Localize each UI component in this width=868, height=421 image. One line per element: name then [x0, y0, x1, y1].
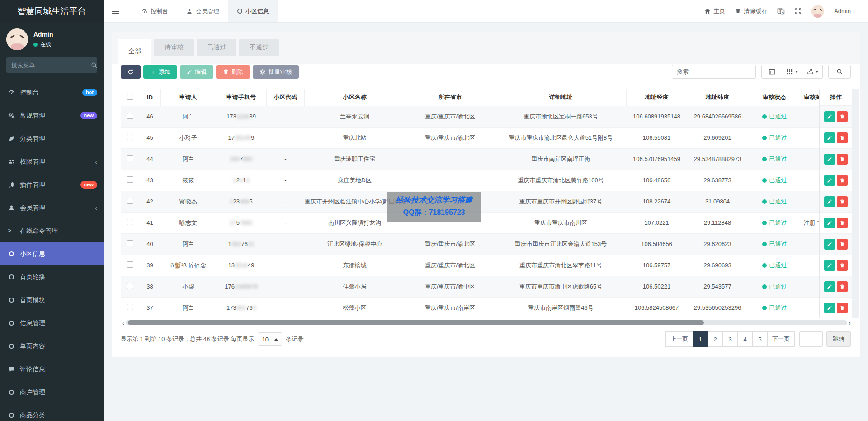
- row-delete-button[interactable]: [837, 281, 848, 292]
- sidebar-item-首页模块[interactable]: 首页模块: [0, 289, 104, 312]
- row-delete-button[interactable]: [837, 111, 848, 122]
- user-panel: Admin 在线: [0, 23, 104, 55]
- column-header[interactable]: ID: [139, 89, 161, 106]
- topbar-tab-小区信息[interactable]: 小区信息: [228, 0, 278, 22]
- status-label: 已通过: [769, 283, 787, 291]
- page-button-上一页[interactable]: 上一页: [665, 331, 693, 347]
- row-edit-button[interactable]: [824, 281, 835, 292]
- page-button-1[interactable]: 1: [693, 331, 708, 347]
- sidebar-item-控制台[interactable]: 控制台hot: [0, 81, 104, 104]
- sidebar-item-小区信息[interactable]: 小区信息: [0, 242, 104, 265]
- table-row: 42甯晓杰1234565-重庆市开州区临江镇中心小学(野园街东)重庆市重庆市开州…: [121, 191, 853, 212]
- scrollbar-thumb[interactable]: [128, 320, 704, 325]
- row-delete-button[interactable]: [837, 175, 848, 186]
- topbar-tab-会员管理[interactable]: 会员管理: [177, 0, 228, 22]
- table-search-input[interactable]: [672, 65, 756, 79]
- row-checkbox[interactable]: [127, 261, 133, 268]
- sidebar-item-首页轮播[interactable]: 首页轮播: [0, 265, 104, 289]
- row-edit-button[interactable]: [824, 303, 835, 313]
- row-delete-button[interactable]: [837, 303, 848, 313]
- row-checkbox[interactable]: [127, 134, 133, 140]
- fullscreen-icon[interactable]: [795, 8, 802, 14]
- select-all-checkbox[interactable]: [127, 94, 133, 100]
- column-header[interactable]: 小区代码: [267, 89, 305, 106]
- sidebar-item-常规管理[interactable]: 常规管理new: [0, 104, 104, 127]
- row-checkbox[interactable]: [127, 155, 133, 161]
- row-delete-button[interactable]: [837, 196, 848, 207]
- topbar-username[interactable]: Admin: [834, 8, 851, 14]
- row-checkbox[interactable]: [127, 240, 133, 246]
- refresh-button[interactable]: [121, 65, 141, 79]
- page-button-下一页[interactable]: 下一页: [767, 331, 795, 347]
- topbar-tab-控制台[interactable]: 控制台: [132, 0, 177, 22]
- row-edit-button[interactable]: [824, 218, 835, 228]
- page-button-4[interactable]: 4: [737, 331, 753, 347]
- add-button[interactable]: ＋ 添加: [143, 65, 177, 79]
- row-checkbox[interactable]: [127, 283, 133, 289]
- jump-button[interactable]: 跳转: [826, 331, 851, 347]
- export-button[interactable]: [802, 65, 823, 79]
- sidebar-item-在线命令管理[interactable]: >_在线命令管理: [0, 219, 104, 242]
- page-button-5[interactable]: 5: [752, 331, 768, 347]
- column-header[interactable]: 地址纬度: [687, 89, 748, 106]
- sidebar-item-单页内容[interactable]: 单页内容: [0, 335, 104, 358]
- status-cell: 已通过: [748, 148, 801, 170]
- topbar-avatar[interactable]: [811, 5, 824, 18]
- column-header[interactable]: 申请手机号: [216, 89, 267, 106]
- scrollbar-track[interactable]: [126, 320, 848, 325]
- row-delete-button[interactable]: [837, 239, 848, 250]
- row-checkbox[interactable]: [127, 304, 133, 310]
- row-edit-button[interactable]: [824, 260, 835, 271]
- jump-page-input[interactable]: [799, 331, 823, 347]
- scroll-right-icon[interactable]: ›: [847, 320, 852, 326]
- row-edit-button[interactable]: [824, 132, 835, 143]
- sidebar-item-商户管理[interactable]: 商户管理: [0, 381, 104, 404]
- edit-button[interactable]: 编辑: [180, 65, 213, 79]
- sidebar-item-权限管理[interactable]: 权限管理‹: [0, 150, 104, 173]
- sidebar-item-会员管理[interactable]: 会员管理‹: [0, 196, 104, 219]
- sidebar-search-input[interactable]: [11, 62, 91, 69]
- scroll-left-icon[interactable]: ‹: [121, 320, 126, 326]
- row-checkbox[interactable]: [127, 219, 133, 225]
- row-edit-button[interactable]: [824, 196, 835, 207]
- delete-button[interactable]: 删除: [216, 65, 250, 79]
- clear-cache-link[interactable]: 清除缓存: [735, 7, 767, 15]
- column-header[interactable]: 审核状态: [748, 89, 801, 106]
- search-icon[interactable]: [91, 62, 98, 69]
- row-edit-button[interactable]: [824, 175, 835, 186]
- row-delete-button[interactable]: [837, 260, 848, 271]
- sidebar-item-信息管理[interactable]: 信息管理: [0, 312, 104, 335]
- sidebar-item-插件管理[interactable]: 插件管理new: [0, 173, 104, 196]
- row-checkbox[interactable]: [127, 198, 133, 204]
- row-checkbox[interactable]: [127, 176, 133, 183]
- page-button-2[interactable]: 2: [708, 331, 723, 347]
- filter-tab-全部[interactable]: 全部: [118, 39, 151, 64]
- column-header[interactable]: 所在省市: [405, 89, 495, 106]
- sidebar-item-商品分类[interactable]: 商品分类: [0, 404, 104, 421]
- sidebar-item-评论信息[interactable]: 评论信息: [0, 358, 104, 381]
- row-edit-button[interactable]: [824, 239, 835, 250]
- column-header[interactable]: 小区名称: [305, 89, 405, 106]
- row-delete-button[interactable]: [837, 132, 848, 143]
- sidebar-item-分类管理[interactable]: 分类管理: [0, 127, 104, 150]
- filter-tab-不通过[interactable]: 不通过: [239, 39, 279, 56]
- column-header[interactable]: 地址经度: [627, 89, 687, 106]
- batch-audit-button[interactable]: 批量审核: [253, 65, 299, 79]
- row-edit-button[interactable]: [824, 154, 835, 165]
- menu-toggle-icon[interactable]: [104, 0, 127, 22]
- column-header[interactable]: 详细地址: [495, 89, 627, 106]
- page-size-select[interactable]: 10: [258, 332, 282, 346]
- row-delete-button[interactable]: [837, 218, 848, 228]
- row-checkbox[interactable]: [127, 113, 133, 119]
- page-button-3[interactable]: 3: [722, 331, 738, 347]
- column-header[interactable]: 申请人: [161, 89, 216, 106]
- detail-view-button[interactable]: [761, 65, 782, 79]
- row-edit-button[interactable]: [824, 111, 835, 122]
- search-toggle-button[interactable]: [828, 65, 851, 79]
- translate-icon[interactable]: 文A: [777, 7, 785, 15]
- filter-tab-待审核[interactable]: 待审核: [154, 39, 194, 56]
- home-link[interactable]: 主页: [704, 7, 725, 15]
- columns-button[interactable]: [782, 65, 802, 79]
- row-delete-button[interactable]: [837, 154, 848, 165]
- filter-tab-已通过[interactable]: 已通过: [197, 39, 236, 56]
